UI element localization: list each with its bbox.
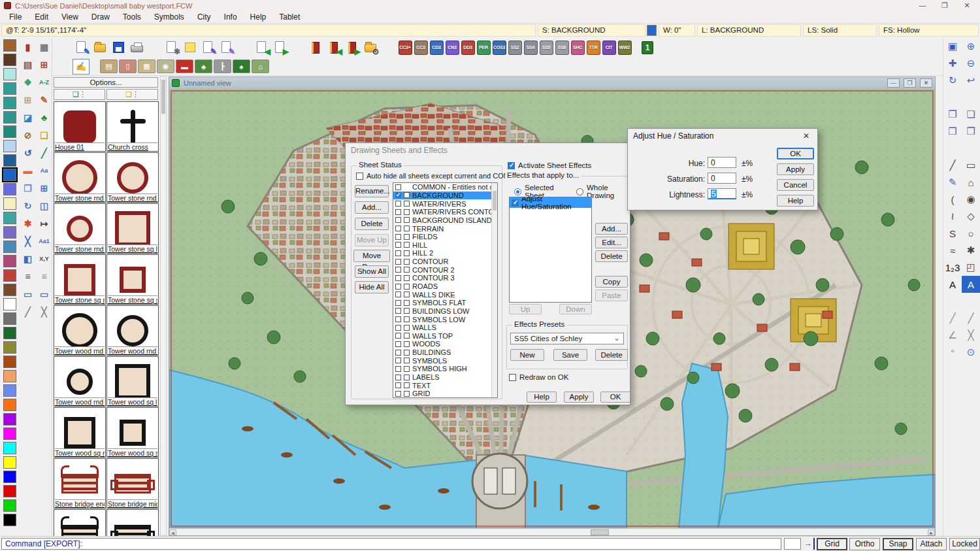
print-icon[interactable] bbox=[129, 40, 145, 56]
lightness-input[interactable]: 5 bbox=[708, 188, 736, 199]
tree-tool[interactable]: ♠ bbox=[233, 59, 250, 73]
symbol-cell[interactable]: Tower stone rnd s bbox=[54, 203, 106, 254]
menu-item[interactable]: Info bbox=[218, 12, 244, 22]
symbol-cell[interactable]: Stone bridge mid bbox=[106, 458, 159, 509]
catalog-settings-button[interactable]: ❏⋮ bbox=[54, 89, 105, 100]
sheet-row[interactable]: WATER/RIVERS CONTOUR bbox=[393, 208, 497, 216]
catalog-cos3[interactable]: COS3 bbox=[493, 41, 506, 55]
color-swatch[interactable] bbox=[3, 442, 16, 454]
edit-text-icon[interactable]: ✎ bbox=[201, 40, 217, 56]
spacer[interactable] bbox=[943, 293, 962, 310]
color-swatch[interactable] bbox=[3, 169, 16, 181]
spacer[interactable] bbox=[962, 293, 980, 310]
blob-tool-icon[interactable]: ○ bbox=[962, 225, 980, 242]
hue-dialog-titlebar[interactable]: Adjust Hue / Saturation ✕ bbox=[628, 129, 817, 142]
catalog-dd3[interactable]: DD3 bbox=[461, 41, 475, 55]
vehicle-tool[interactable]: ▬ bbox=[176, 59, 193, 73]
import-icon[interactable]: ◀ bbox=[255, 40, 270, 56]
circle-tool-icon[interactable]: ◉ bbox=[962, 191, 980, 208]
symbol-cell[interactable]: Tower wood sq m bbox=[54, 407, 106, 458]
save-icon[interactable] bbox=[111, 40, 127, 56]
sheet-row[interactable]: BACKGROUND ISLANDS bbox=[393, 216, 497, 225]
symbol-cell[interactable]: Tower stone rnd l bbox=[54, 152, 106, 203]
color-swatch[interactable] bbox=[3, 471, 16, 483]
attach-toggle[interactable]: Attach bbox=[916, 538, 947, 550]
catalog-cc3plus[interactable]: CC3+ bbox=[399, 41, 412, 55]
intersect-icon[interactable]: ╳ bbox=[36, 303, 52, 320]
activate-effects-row[interactable]: Activate Sheet Effects bbox=[508, 161, 591, 169]
catalog-ss5[interactable]: SS5 bbox=[540, 41, 553, 55]
snap-line-icon[interactable]: ╱ bbox=[20, 303, 36, 320]
scroll-right-icon[interactable]: ► bbox=[928, 529, 935, 535]
symbol-cell[interactable]: Tower wood sq s bbox=[106, 407, 159, 458]
color-swatch[interactable] bbox=[3, 54, 16, 66]
garden-tool[interactable]: ◉ bbox=[157, 59, 174, 73]
color-swatch[interactable] bbox=[3, 269, 16, 282]
delete-effect-button[interactable]: Delete bbox=[595, 250, 628, 262]
sheet-row[interactable]: BUILDINGS LOW bbox=[393, 307, 497, 316]
color-swatch[interactable] bbox=[3, 212, 16, 224]
menu-item[interactable]: Edit bbox=[28, 12, 55, 22]
scroll-left-icon[interactable]: ◄ bbox=[169, 529, 176, 535]
fill-style-icon[interactable]: Aa bbox=[36, 161, 52, 179]
effect-row[interactable]: Adjust Hue/Saturation bbox=[510, 197, 591, 208]
street-network-icon[interactable]: ⊞ bbox=[36, 56, 52, 73]
road-tools-icon[interactable]: ▦ bbox=[36, 38, 52, 56]
sheets-ok-button[interactable]: OK bbox=[600, 392, 630, 403]
field-tool[interactable]: ▦ bbox=[138, 59, 155, 73]
catalog-cc3[interactable]: CC3 bbox=[414, 41, 428, 55]
trim-icon[interactable]: ≡ bbox=[20, 267, 36, 285]
freehand-tool-icon[interactable]: ✎ bbox=[943, 174, 962, 191]
command-mini-box[interactable] bbox=[784, 538, 801, 550]
line-tool-icon[interactable]: ╱ bbox=[943, 157, 962, 174]
catalog-ww2[interactable]: WW2 bbox=[618, 41, 632, 55]
selected-sheet-radio[interactable] bbox=[514, 188, 521, 195]
undo-icon[interactable]: ↺ bbox=[20, 144, 36, 161]
sheet-list[interactable]: COMMON - Entities not on BACKGROUND WATE… bbox=[393, 182, 498, 398]
polygon-tool-icon[interactable]: ⌂ bbox=[962, 174, 980, 191]
export-icon[interactable]: ▶ bbox=[273, 40, 289, 56]
symbol-catalog-icon[interactable] bbox=[308, 40, 324, 56]
zoom-last-icon[interactable]: ↩ bbox=[962, 72, 980, 89]
menu-item[interactable]: Tools bbox=[116, 12, 148, 22]
move-down-button[interactable]: Move Down bbox=[353, 250, 390, 262]
symbol-options-button[interactable]: Options... bbox=[54, 77, 158, 88]
draw-terrain-icon[interactable]: ◪ bbox=[20, 109, 36, 126]
catalog-ss4[interactable]: SS4 bbox=[524, 41, 538, 55]
color-swatch[interactable] bbox=[3, 485, 16, 497]
symbol-cell[interactable]: Tower stone sq m bbox=[54, 254, 106, 305]
add-sheet-button[interactable]: Add... bbox=[355, 201, 389, 214]
sheet-row[interactable]: CONTOUR 2 bbox=[393, 265, 497, 274]
copy-effect-button[interactable]: Copy bbox=[595, 276, 628, 288]
color-swatch[interactable] bbox=[3, 312, 16, 325]
color-swatch[interactable] bbox=[3, 399, 16, 411]
sheet-row[interactable]: WALLS DIKE bbox=[393, 290, 497, 299]
close-button[interactable]: ✕ bbox=[958, 1, 976, 10]
sheet-row[interactable]: BACKGROUND bbox=[393, 192, 497, 200]
sheet-row[interactable]: CONTOUR 3 bbox=[393, 274, 497, 282]
menu-item[interactable]: File bbox=[3, 12, 28, 22]
catalog-shc[interactable]: SHC bbox=[571, 41, 585, 55]
catalog-per[interactable]: PER bbox=[477, 41, 491, 55]
color-swatch[interactable] bbox=[3, 413, 16, 426]
edit-symbol-icon[interactable]: ✎ bbox=[220, 40, 235, 56]
eraser-icon[interactable]: ▬ bbox=[20, 161, 36, 179]
sheet-row[interactable]: WOODS bbox=[393, 340, 497, 348]
symbol-cell[interactable]: Tower wood rnd l bbox=[54, 305, 106, 356]
align-icon[interactable]: ⊞ bbox=[36, 179, 52, 197]
color-swatch[interactable] bbox=[3, 183, 16, 195]
sheets-help-button[interactable]: Help bbox=[527, 392, 557, 403]
symbol-cell[interactable]: Church cross bbox=[106, 101, 159, 152]
effect-up-button[interactable]: Up bbox=[509, 304, 542, 314]
preset-select[interactable]: SS5 Cities of Schley bbox=[510, 333, 624, 344]
fill-style-field[interactable]: FS: Hollow bbox=[879, 24, 979, 37]
catalog-cit[interactable]: CIT bbox=[602, 41, 616, 55]
symbol-cell[interactable]: Tower wood sq l bbox=[106, 356, 159, 407]
spacer[interactable] bbox=[943, 89, 962, 106]
catalog-search-icon[interactable]: ⊙ bbox=[363, 40, 379, 56]
farm-tool[interactable]: ⌂ bbox=[252, 59, 269, 73]
grid-settings-icon[interactable]: ⊞ bbox=[20, 91, 36, 109]
new-drawing-icon[interactable]: ✎ bbox=[74, 40, 90, 56]
command-input[interactable]: Command [EXPORT]: bbox=[1, 538, 781, 550]
redraw-row[interactable]: Redraw on OK bbox=[509, 373, 568, 381]
